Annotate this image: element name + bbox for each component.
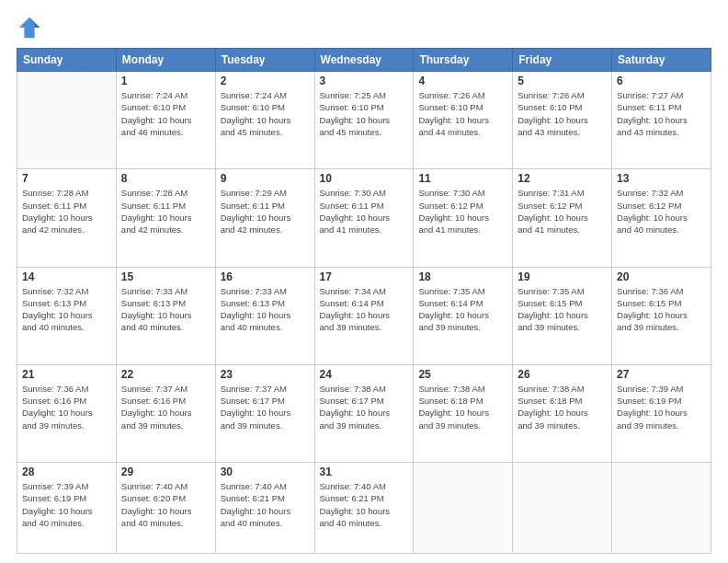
day-info: Sunrise: 7:34 AM Sunset: 6:14 PM Dayligh… <box>320 285 409 334</box>
day-info: Sunrise: 7:35 AM Sunset: 6:15 PM Dayligh… <box>518 285 607 334</box>
day-number: 11 <box>418 172 507 185</box>
day-number: 27 <box>617 368 706 381</box>
calendar-cell <box>414 463 513 554</box>
calendar-cell: 13Sunrise: 7:32 AM Sunset: 6:12 PM Dayli… <box>612 169 711 267</box>
day-number: 21 <box>22 368 111 381</box>
day-info: Sunrise: 7:30 AM Sunset: 6:12 PM Dayligh… <box>418 187 507 236</box>
calendar-cell: 30Sunrise: 7:40 AM Sunset: 6:21 PM Dayli… <box>215 463 314 554</box>
weekday-header-tuesday: Tuesday <box>215 49 314 72</box>
calendar-cell: 1Sunrise: 7:24 AM Sunset: 6:10 PM Daylig… <box>116 72 215 169</box>
day-number: 28 <box>22 465 111 478</box>
calendar-cell: 17Sunrise: 7:34 AM Sunset: 6:14 PM Dayli… <box>314 267 414 364</box>
week-row-3: 14Sunrise: 7:32 AM Sunset: 6:13 PM Dayli… <box>17 267 711 364</box>
calendar-cell: 23Sunrise: 7:37 AM Sunset: 6:17 PM Dayli… <box>215 364 314 462</box>
day-number: 20 <box>617 270 706 283</box>
calendar-table: SundayMondayTuesdayWednesdayThursdayFrid… <box>17 48 711 554</box>
day-info: Sunrise: 7:38 AM Sunset: 6:17 PM Dayligh… <box>320 383 409 431</box>
calendar-cell: 5Sunrise: 7:26 AM Sunset: 6:10 PM Daylig… <box>513 72 612 169</box>
day-info: Sunrise: 7:28 AM Sunset: 6:11 PM Dayligh… <box>121 187 210 236</box>
week-row-2: 7Sunrise: 7:28 AM Sunset: 6:11 PM Daylig… <box>17 169 711 267</box>
day-info: Sunrise: 7:40 AM Sunset: 6:20 PM Dayligh… <box>121 480 210 529</box>
day-info: Sunrise: 7:24 AM Sunset: 6:10 PM Dayligh… <box>121 89 210 138</box>
calendar-cell: 6Sunrise: 7:27 AM Sunset: 6:11 PM Daylig… <box>612 72 711 169</box>
day-info: Sunrise: 7:25 AM Sunset: 6:10 PM Dayligh… <box>320 89 409 138</box>
day-number: 6 <box>617 75 706 87</box>
calendar-cell: 25Sunrise: 7:38 AM Sunset: 6:18 PM Dayli… <box>414 364 513 462</box>
day-number: 24 <box>320 368 409 381</box>
day-info: Sunrise: 7:39 AM Sunset: 6:19 PM Dayligh… <box>617 383 706 431</box>
top-header <box>17 15 711 40</box>
calendar-cell: 16Sunrise: 7:33 AM Sunset: 6:13 PM Dayli… <box>215 267 314 364</box>
calendar-cell: 2Sunrise: 7:24 AM Sunset: 6:10 PM Daylig… <box>215 72 314 169</box>
calendar-cell: 14Sunrise: 7:32 AM Sunset: 6:13 PM Dayli… <box>17 267 117 364</box>
calendar-cell: 10Sunrise: 7:30 AM Sunset: 6:11 PM Dayli… <box>314 169 414 267</box>
day-number: 7 <box>22 172 111 185</box>
calendar-cell: 7Sunrise: 7:28 AM Sunset: 6:11 PM Daylig… <box>17 169 117 267</box>
day-number: 26 <box>518 368 607 381</box>
logo-icon <box>17 15 42 40</box>
day-number: 4 <box>418 75 507 87</box>
day-info: Sunrise: 7:33 AM Sunset: 6:13 PM Dayligh… <box>221 285 310 334</box>
day-number: 17 <box>320 270 409 283</box>
day-number: 19 <box>518 270 607 283</box>
weekday-header-thursday: Thursday <box>414 49 513 72</box>
weekday-header-wednesday: Wednesday <box>314 49 414 72</box>
day-number: 9 <box>221 172 310 185</box>
week-row-1: 1Sunrise: 7:24 AM Sunset: 6:10 PM Daylig… <box>17 72 711 169</box>
day-number: 18 <box>418 270 507 283</box>
calendar-cell: 29Sunrise: 7:40 AM Sunset: 6:20 PM Dayli… <box>116 463 215 554</box>
day-number: 31 <box>320 465 409 478</box>
day-info: Sunrise: 7:38 AM Sunset: 6:18 PM Dayligh… <box>518 383 607 431</box>
day-info: Sunrise: 7:39 AM Sunset: 6:19 PM Dayligh… <box>22 480 111 529</box>
day-number: 30 <box>221 465 310 478</box>
day-number: 3 <box>320 75 409 87</box>
day-number: 8 <box>121 172 210 185</box>
weekday-header-saturday: Saturday <box>612 49 711 72</box>
day-number: 22 <box>121 368 210 381</box>
day-number: 10 <box>320 172 409 185</box>
calendar-cell: 4Sunrise: 7:26 AM Sunset: 6:10 PM Daylig… <box>414 72 513 169</box>
day-number: 14 <box>22 270 111 283</box>
day-number: 15 <box>121 270 210 283</box>
calendar-cell: 8Sunrise: 7:28 AM Sunset: 6:11 PM Daylig… <box>116 169 215 267</box>
day-info: Sunrise: 7:38 AM Sunset: 6:18 PM Dayligh… <box>418 383 507 431</box>
calendar-cell: 19Sunrise: 7:35 AM Sunset: 6:15 PM Dayli… <box>513 267 612 364</box>
calendar-cell: 15Sunrise: 7:33 AM Sunset: 6:13 PM Dayli… <box>116 267 215 364</box>
calendar-cell: 12Sunrise: 7:31 AM Sunset: 6:12 PM Dayli… <box>513 169 612 267</box>
weekday-header-row: SundayMondayTuesdayWednesdayThursdayFrid… <box>17 49 711 72</box>
day-info: Sunrise: 7:24 AM Sunset: 6:10 PM Dayligh… <box>221 89 310 138</box>
calendar-cell <box>612 463 711 554</box>
weekday-header-monday: Monday <box>116 49 215 72</box>
day-number: 16 <box>221 270 310 283</box>
calendar-cell: 22Sunrise: 7:37 AM Sunset: 6:16 PM Dayli… <box>116 364 215 462</box>
day-number: 23 <box>221 368 310 381</box>
day-info: Sunrise: 7:36 AM Sunset: 6:16 PM Dayligh… <box>22 383 111 431</box>
calendar-cell: 28Sunrise: 7:39 AM Sunset: 6:19 PM Dayli… <box>17 463 117 554</box>
day-number: 1 <box>121 75 210 87</box>
calendar-cell: 24Sunrise: 7:38 AM Sunset: 6:17 PM Dayli… <box>314 364 414 462</box>
logo <box>17 15 44 40</box>
day-info: Sunrise: 7:40 AM Sunset: 6:21 PM Dayligh… <box>320 480 409 529</box>
day-info: Sunrise: 7:32 AM Sunset: 6:12 PM Dayligh… <box>617 187 706 236</box>
calendar-cell: 27Sunrise: 7:39 AM Sunset: 6:19 PM Dayli… <box>612 364 711 462</box>
day-number: 12 <box>518 172 607 185</box>
day-info: Sunrise: 7:29 AM Sunset: 6:11 PM Dayligh… <box>221 187 310 236</box>
day-number: 2 <box>221 75 310 87</box>
weekday-header-friday: Friday <box>513 49 612 72</box>
day-number: 13 <box>617 172 706 185</box>
week-row-5: 28Sunrise: 7:39 AM Sunset: 6:19 PM Dayli… <box>17 463 711 554</box>
calendar-cell: 21Sunrise: 7:36 AM Sunset: 6:16 PM Dayli… <box>17 364 117 462</box>
day-info: Sunrise: 7:36 AM Sunset: 6:15 PM Dayligh… <box>617 285 706 334</box>
calendar-cell <box>17 72 117 169</box>
day-info: Sunrise: 7:30 AM Sunset: 6:11 PM Dayligh… <box>320 187 409 236</box>
day-number: 25 <box>418 368 507 381</box>
week-row-4: 21Sunrise: 7:36 AM Sunset: 6:16 PM Dayli… <box>17 364 711 462</box>
day-info: Sunrise: 7:37 AM Sunset: 6:16 PM Dayligh… <box>121 383 210 431</box>
day-number: 29 <box>121 465 210 478</box>
calendar-cell: 31Sunrise: 7:40 AM Sunset: 6:21 PM Dayli… <box>314 463 414 554</box>
calendar-cell: 26Sunrise: 7:38 AM Sunset: 6:18 PM Dayli… <box>513 364 612 462</box>
weekday-header-sunday: Sunday <box>17 49 117 72</box>
day-info: Sunrise: 7:32 AM Sunset: 6:13 PM Dayligh… <box>22 285 111 334</box>
calendar-cell: 3Sunrise: 7:25 AM Sunset: 6:10 PM Daylig… <box>314 72 414 169</box>
day-info: Sunrise: 7:26 AM Sunset: 6:10 PM Dayligh… <box>418 89 507 138</box>
